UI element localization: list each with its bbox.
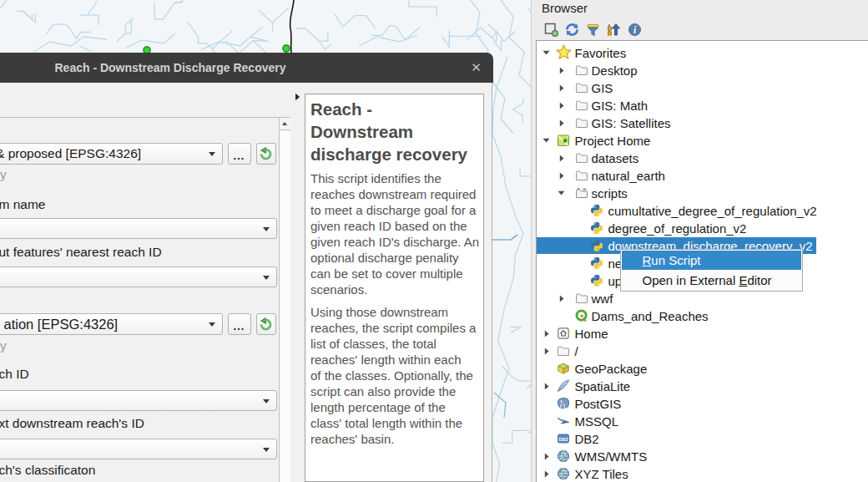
svg-text:DB2: DB2: [558, 436, 568, 441]
